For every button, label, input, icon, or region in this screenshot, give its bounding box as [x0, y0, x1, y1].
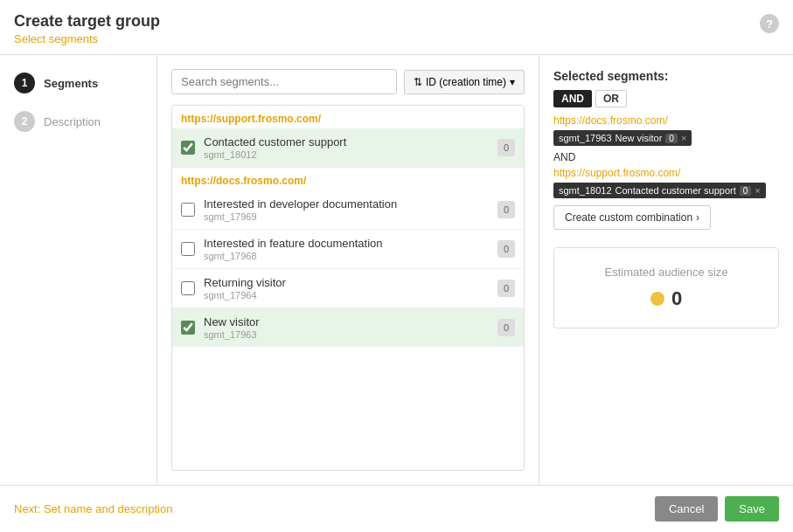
- tag-name-sgmt17963: New visitor: [616, 133, 663, 143]
- segment-id-sgmt17964: sgmt_17964: [204, 290, 497, 301]
- audience-size-label: Estimated audience size: [572, 266, 761, 279]
- segment-checkbox-sgmt17964[interactable]: [181, 281, 195, 295]
- save-button[interactable]: Save: [725, 496, 779, 522]
- segment-checkbox-sgmt17968[interactable]: [181, 242, 195, 256]
- steps-sidebar: 1 Segments 2 Description: [0, 55, 157, 485]
- page-title: Create target group: [14, 12, 779, 31]
- segment-name-sgmt17969: Interested in developer documentation: [204, 197, 497, 211]
- cancel-button[interactable]: Cancel: [655, 496, 718, 522]
- step-2-circle: 2: [14, 111, 35, 132]
- segment-info-sgmt17969: Interested in developer documentation sg…: [204, 197, 497, 222]
- segment-name-sgmt17963: New visitor: [204, 315, 497, 328]
- segment-item-sgmt18012[interactable]: Contacted customer support sgmt_18012 0: [172, 128, 524, 168]
- selected-site-docs: https://docs.frosmo.com/: [553, 114, 779, 127]
- audience-dot-icon: [650, 292, 664, 306]
- segment-count-sgmt17963: 0: [497, 319, 515, 336]
- tag-close-sgmt17963[interactable]: ×: [681, 133, 686, 143]
- segment-item-sgmt17969[interactable]: Interested in developer documentation sg…: [172, 190, 524, 230]
- segment-name-sgmt17964: Returning visitor: [204, 276, 497, 289]
- segment-item-sgmt17968[interactable]: Interested in feature documentation sgmt…: [172, 230, 524, 269]
- chevron-right-icon: ›: [696, 211, 699, 224]
- segment-item-sgmt17964[interactable]: Returning visitor sgmt_17964 0: [172, 269, 524, 308]
- segment-name-sgmt18012: Contacted customer support: [204, 135, 497, 149]
- tag-id-sgmt18012: sgmt_18012: [559, 185, 612, 196]
- segment-info-sgmt17963: New visitor sgmt_17963: [204, 315, 497, 340]
- site-group-label-docs: https://docs.frosmo.com/: [172, 168, 524, 190]
- tag-name-sgmt18012: Contacted customer support: [616, 185, 736, 196]
- page-header: Create target group Select segments ?: [0, 0, 793, 55]
- search-input[interactable]: [171, 69, 397, 94]
- segments-panel: ⇅ ID (creation time) ▾ https://support.f…: [157, 55, 539, 485]
- or-toggle-button[interactable]: OR: [595, 90, 627, 107]
- step-1-circle: 1: [14, 73, 35, 93]
- main-content: 1 Segments 2 Description ⇅ ID (creation …: [0, 55, 793, 485]
- segment-id-sgmt18012: sgmt_18012: [204, 149, 497, 160]
- footer-actions: Cancel Save: [655, 496, 779, 522]
- connector-and: AND: [553, 151, 779, 163]
- step-2-item: 2 Description: [14, 111, 143, 132]
- segment-name-sgmt17968: Interested in feature documentation: [204, 237, 497, 250]
- selected-tag-sgmt17963: sgmt_17963 New visitor 0 ×: [553, 130, 692, 146]
- tag-count-sgmt17963: 0: [665, 134, 678, 143]
- sort-chevron-icon: ▾: [510, 76, 515, 88]
- tag-id-sgmt17963: sgmt_17963: [559, 133, 612, 143]
- right-panel: Selected segments: AND OR https://docs.f…: [539, 55, 793, 485]
- and-toggle-button[interactable]: AND: [553, 90, 592, 107]
- segment-item-sgmt17963[interactable]: New visitor sgmt_17963 0: [172, 308, 524, 347]
- tag-close-sgmt18012[interactable]: ×: [755, 185, 760, 196]
- sort-label: ID (creation time): [426, 76, 506, 88]
- segment-id-sgmt17963: sgmt_17963: [204, 329, 497, 340]
- selected-segments-title: Selected segments:: [553, 69, 779, 83]
- segment-count-sgmt17964: 0: [497, 280, 515, 297]
- segment-info-sgmt17964: Returning visitor sgmt_17964: [204, 276, 497, 301]
- audience-size-value: 0: [572, 287, 761, 310]
- create-combination-label: Create custom combination: [565, 211, 692, 224]
- segment-id-sgmt17968: sgmt_17968: [204, 251, 497, 261]
- segments-list[interactable]: https://support.frosmo.com/ Contacted cu…: [171, 105, 525, 471]
- sort-icon: ⇅: [414, 76, 422, 88]
- segment-count-sgmt17969: 0: [497, 201, 515, 218]
- selected-site-support: https://support.frosmo.com/: [553, 167, 779, 179]
- sort-button[interactable]: ⇅ ID (creation time) ▾: [404, 70, 525, 94]
- segment-info-sgmt17968: Interested in feature documentation sgmt…: [204, 237, 497, 261]
- site-group-label-support: https://support.frosmo.com/: [172, 106, 524, 128]
- next-step-link[interactable]: Next: Set name and description: [14, 502, 172, 515]
- segment-checkbox-sgmt17969[interactable]: [181, 203, 195, 217]
- page-footer: Next: Set name and description Cancel Sa…: [0, 485, 793, 532]
- step-1-item: 1 Segments: [14, 73, 143, 93]
- segment-id-sgmt17969: sgmt_17969: [204, 211, 497, 222]
- segment-count-sgmt17968: 0: [497, 240, 515, 258]
- page-subtitle: Select segments: [14, 32, 779, 45]
- audience-number: 0: [671, 287, 682, 310]
- and-or-toggle: AND OR: [553, 90, 779, 107]
- help-icon[interactable]: ?: [760, 14, 779, 33]
- selected-segments-section: Selected segments: AND OR https://docs.f…: [553, 69, 779, 230]
- tag-count-sgmt18012: 0: [740, 186, 752, 196]
- segment-checkbox-sgmt18012[interactable]: [181, 141, 195, 155]
- selected-tag-sgmt18012: sgmt_18012 Contacted customer support 0 …: [553, 183, 766, 198]
- create-combination-button[interactable]: Create custom combination ›: [553, 205, 711, 230]
- audience-size-box: Estimated audience size 0: [553, 247, 779, 328]
- step-1-label: Segments: [44, 77, 98, 90]
- segments-toolbar: ⇅ ID (creation time) ▾: [171, 69, 525, 94]
- segment-info-sgmt18012: Contacted customer support sgmt_18012: [204, 135, 497, 160]
- segment-checkbox-sgmt17963[interactable]: [181, 321, 195, 335]
- segment-count-sgmt18012: 0: [497, 139, 515, 156]
- step-2-label: Description: [44, 115, 101, 128]
